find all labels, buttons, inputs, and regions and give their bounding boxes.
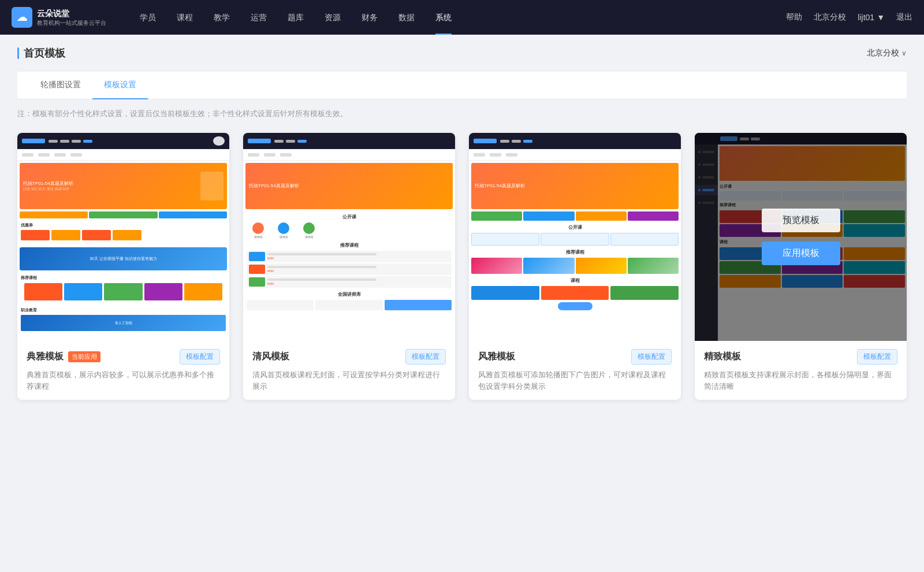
logout-link[interactable]: 退出 <box>896 12 912 23</box>
nav-item-system[interactable]: 系统 <box>425 0 462 35</box>
template-desc-3: 风雅首页模板可添加轮播图下广告图片，可对课程及课程包设置学科分类展示 <box>478 369 672 392</box>
navbar: ☁ 云朵说堂 教育机构一站式服务云平台 学员 课程 教学 运营 题库 资源 财务… <box>0 0 924 35</box>
logo-text: 云朵说堂 教育机构一站式服务云平台 <box>37 8 106 26</box>
page-header: 首页模板 北京分校 ∨ <box>17 46 907 60</box>
template-name-3: 风雅模板 <box>478 351 515 363</box>
tab-template[interactable]: 模板设置 <box>92 72 148 99</box>
nav-item-operations[interactable]: 运营 <box>240 0 277 35</box>
preview-template-button[interactable]: 预览模板 <box>762 209 840 232</box>
template-name-4: 精致模板 <box>704 351 741 363</box>
chevron-down-icon: ▼ <box>877 13 885 22</box>
config-button-2[interactable]: 模板配置 <box>405 349 446 365</box>
chevron-down-icon: ∨ <box>901 49 907 57</box>
nav-item-finance[interactable]: 财务 <box>351 0 388 35</box>
nav-item-resources[interactable]: 资源 <box>314 0 351 35</box>
page-container: 首页模板 北京分校 ∨ 轮播图设置 模板设置 注：模板有部分个性化样式设置，设置… <box>0 35 924 572</box>
nav-item-questions[interactable]: 题库 <box>277 0 314 35</box>
template-grid: 托福TP01-54真题及解析 口语 词汇 听力 语法 阅读 写作 优惠券 <box>17 133 907 400</box>
template-desc-4: 精致首页模板支持课程展示封面，各模板分隔明显，界面简洁清晰 <box>704 369 897 392</box>
tab-carousel[interactable]: 轮播图设置 <box>29 72 92 99</box>
template-card-2: 托福TP01-54真题及解析 公开课 讲师名 讲师名 讲师名 <box>243 133 455 400</box>
notice-text: 注：模板有部分个性化样式设置，设置后仅当前模板生效；非个性化样式设置后针对所有模… <box>17 109 907 119</box>
user-dropdown[interactable]: lijt01 ▼ <box>858 13 885 22</box>
logo-icon: ☁ <box>12 7 32 28</box>
nav-item-courses[interactable]: 课程 <box>166 0 203 35</box>
nav-item-students[interactable]: 学员 <box>129 0 166 35</box>
template-preview-2[interactable]: 托福TP01-54真题及解析 公开课 讲师名 讲师名 讲师名 <box>243 133 455 341</box>
template-preview-3[interactable]: 托福TP01-54真题及解析 公开课 推荐课程 <box>469 133 681 341</box>
template-desc-1: 典雅首页模板，展示内容较多，可以展示优惠券和多个推荐课程 <box>27 369 220 392</box>
template-card-4: 公开课 推荐课程 <box>695 133 907 400</box>
badge-applied-1: 当前应用 <box>68 351 100 362</box>
nav-item-data[interactable]: 数据 <box>388 0 425 35</box>
school-selector[interactable]: 北京分校 ∨ <box>867 48 907 58</box>
template-name-2: 清风模板 <box>252 351 289 363</box>
apply-template-button[interactable]: 应用模板 <box>762 242 840 265</box>
template-overlay-4: 预览模板 应用模板 <box>695 133 907 341</box>
config-button-3[interactable]: 模板配置 <box>631 349 672 365</box>
page-title: 首页模板 <box>24 46 65 60</box>
help-link[interactable]: 帮助 <box>786 12 802 23</box>
template-card-1: 托福TP01-54真题及解析 口语 词汇 听力 语法 阅读 写作 优惠券 <box>17 133 229 400</box>
config-button-1[interactable]: 模板配置 <box>180 349 220 365</box>
template-footer-3: 风雅模板 模板配置 风雅首页模板可添加轮播图下广告图片，可对课程及课程包设置学科… <box>469 341 681 400</box>
template-name-1: 典雅模板 <box>27 351 64 363</box>
page-title-wrap: 首页模板 <box>17 46 65 60</box>
template-footer-4: 精致模板 模板配置 精致首页模板支持课程展示封面，各模板分隔明显，界面简洁清晰 <box>695 341 907 400</box>
tabs-container: 轮播图设置 模板设置 <box>17 72 907 99</box>
template-desc-2: 清风首页模板课程无封面，可设置按学科分类对课程进行展示 <box>252 369 446 392</box>
page-title-bar <box>17 47 19 59</box>
template-preview-4[interactable]: 公开课 推荐课程 <box>695 133 907 341</box>
navbar-right: 帮助 北京分校 lijt01 ▼ 退出 <box>786 12 912 23</box>
template-preview-1[interactable]: 托福TP01-54真题及解析 口语 词汇 听力 语法 阅读 写作 优惠券 <box>17 133 229 341</box>
template-card-3: 托福TP01-54真题及解析 公开课 推荐课程 <box>469 133 681 400</box>
logo: ☁ 云朵说堂 教育机构一站式服务云平台 <box>12 7 106 28</box>
school-link[interactable]: 北京分校 <box>814 12 846 23</box>
template-footer-2: 清风模板 模板配置 清风首页模板课程无封面，可设置按学科分类对课程进行展示 <box>243 341 455 400</box>
main-nav: 学员 课程 教学 运营 题库 资源 财务 数据 系统 <box>129 0 786 35</box>
config-button-4[interactable]: 模板配置 <box>857 349 897 365</box>
template-footer-1: 典雅模板 当前应用 模板配置 典雅首页模板，展示内容较多，可以展示优惠券和多个推… <box>17 341 229 400</box>
nav-item-teaching[interactable]: 教学 <box>203 0 240 35</box>
